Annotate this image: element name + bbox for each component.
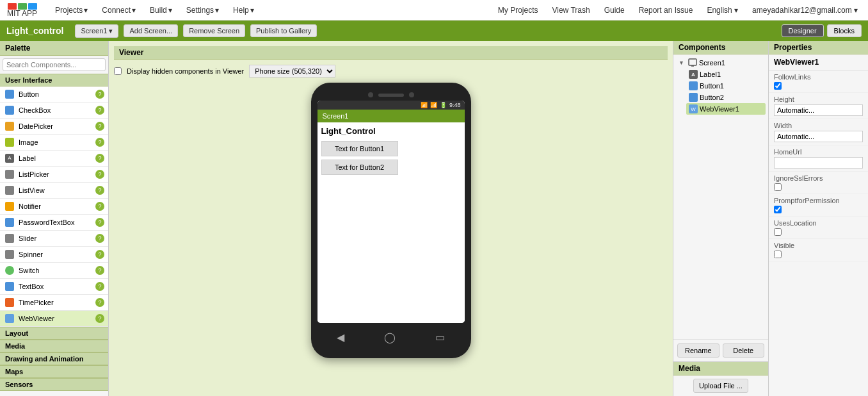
my-projects-link[interactable]: My Projects [494,3,542,17]
datepicker-help-icon[interactable]: ? [95,122,104,131]
report-issue-link[interactable]: Report an Issue [635,3,697,17]
slider-help-icon[interactable]: ? [95,234,104,243]
user-account[interactable]: ameyadahikar12@gmail.com ▾ [748,3,862,17]
nav-help[interactable]: Help ▾ [229,3,258,17]
height-input[interactable] [774,104,863,116]
palette-section-drawing[interactable]: Drawing and Animation [0,352,108,365]
tree-label1[interactable]: A Label1 [686,69,766,80]
webviewer-help-icon[interactable]: ? [95,314,104,323]
search-input[interactable] [3,58,106,71]
listview-help-icon[interactable]: ? [95,186,104,195]
switch-help-icon[interactable]: ? [95,266,104,275]
phone-home-button[interactable]: ◯ [384,331,396,343]
remove-screen-button[interactable]: Remove Screen [183,24,245,37]
listpicker-help-icon[interactable]: ? [95,170,104,179]
palette-item-spinner[interactable]: Spinner ? [0,247,108,263]
visible-container [774,251,863,258]
notifier-help-icon[interactable]: ? [95,202,104,211]
palette-item-textbox[interactable]: TextBox ? [0,279,108,295]
height-label: Height [774,95,863,103]
palette-label-button: Button [19,90,95,98]
view-trash-link[interactable]: View Trash [548,3,593,17]
visible-checkbox[interactable] [774,251,782,258]
palette-item-button[interactable]: Button ? [0,87,108,103]
hidden-components-checkbox[interactable] [114,67,122,75]
project-title: Light_control [6,26,63,36]
phone-button1[interactable]: Text for Button1 [321,141,398,156]
tree-button1[interactable]: Button1 [686,80,766,92]
palette-item-checkbox[interactable]: CheckBox ? [0,103,108,119]
palette-item-passwordtextbox[interactable]: PasswordTextBox ? [0,215,108,231]
palette-section-ui[interactable]: User Interface [0,74,108,87]
spinner-help-icon[interactable]: ? [95,250,104,259]
palette-item-label[interactable]: A Label ? [0,151,108,167]
blocks-toggle-button[interactable]: Blocks [827,24,862,37]
palette-item-listview[interactable]: ListView ? [0,183,108,199]
prop-height: Height [769,93,868,119]
tree-screen1[interactable]: ▼ Screen1 [676,57,766,69]
webviewer-icon [4,313,15,324]
prop-homeurl: HomeUrl [769,145,868,172]
nav-projects[interactable]: Projects ▾ [51,3,92,17]
view-toggle: Designer Blocks [782,24,862,37]
phone-button2[interactable]: Text for Button2 [321,160,398,175]
width-input[interactable] [774,131,863,142]
publish-gallery-button[interactable]: Publish to Gallery [250,24,317,37]
palette-label-switch: Switch [19,267,95,274]
tree-webviewer1[interactable]: W WebViewer1 [686,103,766,115]
phone-screen: 📶 📶 🔋 9:48 Screen1 Light_Control Text fo… [317,101,465,323]
button2-icon [689,93,698,102]
palette-section-maps[interactable]: Maps [0,365,108,378]
phone-recent-button[interactable]: ▭ [435,331,445,343]
palette-item-datepicker[interactable]: DatePicker ? [0,119,108,135]
rename-button[interactable]: Rename [677,343,719,358]
tree-button2[interactable]: Button2 [686,92,766,103]
button-help-icon[interactable]: ? [95,90,104,99]
palette-section-media[interactable]: Media [0,340,108,352]
designer-toggle-button[interactable]: Designer [782,24,824,37]
screen-selector-button[interactable]: Screen1 ▾ [75,24,118,38]
passwordtextbox-help-icon[interactable]: ? [95,218,104,227]
delete-button[interactable]: Delete [723,343,765,358]
prompt-permission-container [774,206,863,213]
palette-item-webviewer[interactable]: WebViewer ? [0,311,108,327]
phone-size-select[interactable]: Phone size (505,320)Tablet size [249,65,335,78]
upload-file-button[interactable]: Upload File ... [693,379,748,393]
useslocation-checkbox[interactable] [774,228,782,236]
guide-link[interactable]: Guide [600,3,629,17]
palette-item-switch[interactable]: Switch ? [0,263,108,279]
palette-item-listpicker[interactable]: ListPicker ? [0,167,108,183]
slider-icon [4,233,15,244]
image-help-icon[interactable]: ? [95,138,104,147]
palette-item-timepicker[interactable]: TimePicker ? [0,295,108,311]
add-screen-button[interactable]: Add Screen... [124,24,178,37]
screen1-children: A Label1 Button1 Button2 W WebViewer1 [676,69,766,115]
screen1-icon [688,58,697,67]
followlinks-label: FollowLinks [774,73,863,81]
prompt-permission-checkbox[interactable] [774,206,782,213]
ignoressl-checkbox[interactable] [774,183,782,191]
palette-label-passwordtextbox: PasswordTextBox [19,219,95,226]
phone-mockup: 📶 📶 🔋 9:48 Screen1 Light_Control Text fo… [311,83,471,358]
timepicker-help-icon[interactable]: ? [95,298,104,307]
palette-header: Palette [0,41,108,56]
nav-connect[interactable]: Connect ▾ [98,3,140,17]
palette-item-image[interactable]: Image ? [0,135,108,151]
language-select[interactable]: English ▾ [703,3,742,17]
palette-section-sensors[interactable]: Sensors [0,378,108,391]
nav-build[interactable]: Build ▾ [146,3,176,17]
palette-label-datepicker: DatePicker [19,122,95,130]
phone-back-button[interactable]: ◀ [337,331,344,343]
label-help-icon[interactable]: ? [95,154,104,163]
palette-item-slider[interactable]: Slider ? [0,231,108,247]
prop-ignoressl: IgnoreSslErrors [769,172,868,194]
image-icon [4,136,15,148]
palette-item-notifier[interactable]: Notifier ? [0,199,108,215]
textbox-help-icon[interactable]: ? [95,282,104,291]
homeurl-input[interactable] [774,157,863,169]
palette-section-layout[interactable]: Layout [0,327,108,340]
textbox-icon [4,281,15,292]
nav-settings[interactable]: Settings ▾ [182,3,223,17]
checkbox-help-icon[interactable]: ? [95,106,104,115]
followlinks-checkbox[interactable] [774,82,782,90]
